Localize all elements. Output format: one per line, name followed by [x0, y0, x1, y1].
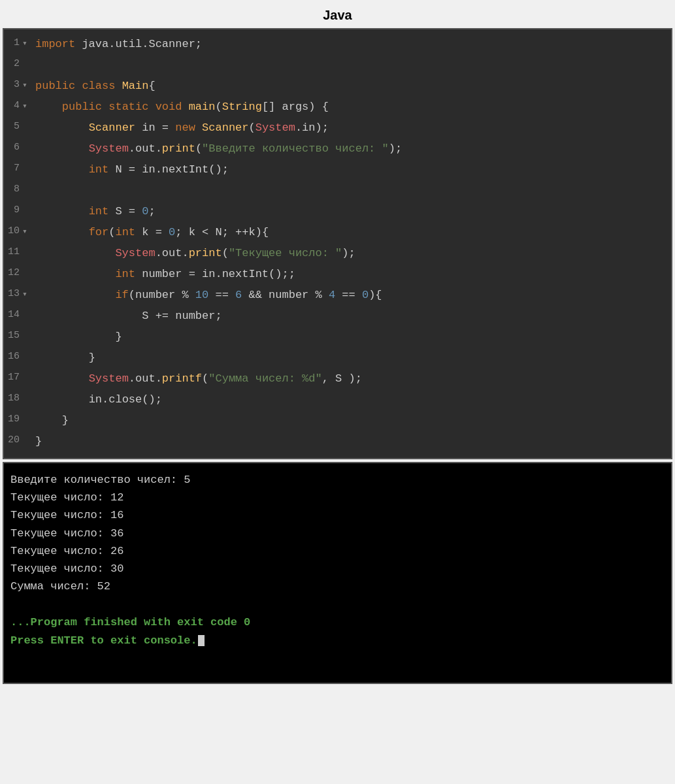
fold-12 [22, 266, 31, 267]
code-line-5: 5 Scanner in = new Scanner(System.in); [4, 118, 671, 139]
code-line-3: 3 ▾ public class Main{ [4, 76, 671, 97]
fold-17 [22, 370, 31, 372]
fold-18 [22, 391, 31, 393]
code-line-18: 18 in.close(); [4, 390, 671, 411]
code-content-3: public class Main{ [31, 78, 156, 95]
line-num-13: 13 [4, 287, 22, 302]
fold-2 [22, 57, 31, 58]
line-num-2: 2 [4, 57, 22, 72]
code-line-9: 9 int S = 0; [4, 202, 671, 223]
code-content-16: } [31, 350, 95, 367]
fold-10[interactable]: ▾ [22, 224, 31, 238]
code-content-15: } [31, 329, 122, 346]
code-line-10: 10 ▾ for(int k = 0; k < N; ++k){ [4, 223, 671, 244]
line-num-1: 1 [4, 36, 22, 51]
fold-1[interactable]: ▾ [22, 36, 31, 50]
line-num-18: 18 [4, 391, 22, 406]
console-line-4: Текущее число: 36 [10, 525, 665, 542]
fold-13[interactable]: ▾ [22, 287, 31, 301]
code-panel: 1 ▾ import java.util.Scanner; 2 3 ▾ publ… [3, 28, 672, 459]
console-line-2: Текущее число: 12 [10, 489, 665, 506]
page-title: Java [0, 0, 675, 28]
code-line-13: 13 ▾ if(number % 10 == 6 && number % 4 =… [4, 286, 671, 306]
code-content-7: int N = in.nextInt(); [31, 161, 229, 178]
code-line-12: 12 int number = in.nextInt();; [4, 265, 671, 286]
line-num-5: 5 [4, 120, 22, 135]
fold-8 [22, 182, 31, 184]
line-num-3: 3 [4, 78, 22, 93]
code-line-19: 19 } [4, 411, 671, 432]
code-line-2: 2 [4, 56, 671, 76]
code-line-7: 7 int N = in.nextInt(); [4, 160, 671, 181]
code-line-4: 4 ▾ public static void main(String[] arg… [4, 97, 671, 118]
code-content-20: } [31, 433, 42, 450]
code-line-8: 8 [4, 181, 671, 202]
fold-11 [22, 245, 31, 246]
code-content-12: int number = in.nextInt();; [31, 266, 295, 283]
code-content-9: int S = 0; [31, 203, 156, 220]
code-content-14: S += number; [31, 308, 222, 325]
console-line-exit: ...Program finished with exit code 0 [10, 613, 665, 631]
fold-9 [22, 203, 31, 204]
line-num-4: 4 [4, 99, 22, 114]
code-content-1: import java.util.Scanner; [31, 36, 202, 53]
console-line-6: Текущее число: 30 [10, 560, 665, 578]
console-line-empty [10, 595, 665, 613]
fold-15 [22, 329, 31, 330]
code-content-19: } [31, 412, 69, 429]
console-line-3: Текущее число: 16 [10, 506, 665, 524]
console-panel: Введите количество чисел: 5 Текущее числ… [3, 462, 672, 684]
console-line-1: Введите количество чисел: 5 [10, 471, 665, 489]
code-line-1: 1 ▾ import java.util.Scanner; [4, 35, 671, 56]
code-content-13: if(number % 10 == 6 && number % 4 == 0){ [31, 287, 382, 304]
line-num-6: 6 [4, 140, 22, 155]
console-line-7: Сумма чисел: 52 [10, 578, 665, 595]
line-num-19: 19 [4, 412, 22, 427]
code-line-20: 20 } [4, 432, 671, 453]
code-line-11: 11 System.out.print("Текущее число: "); [4, 244, 671, 265]
fold-3[interactable]: ▾ [22, 78, 31, 92]
fold-4[interactable]: ▾ [22, 99, 31, 113]
line-num-9: 9 [4, 203, 22, 218]
fold-6 [22, 140, 31, 142]
code-content-6: System.out.print("Введите количество чис… [31, 140, 402, 157]
cursor-block [198, 635, 205, 646]
code-content-17: System.out.printf("Сумма чисел: %d", S )… [31, 370, 362, 387]
line-num-20: 20 [4, 433, 22, 448]
line-num-12: 12 [4, 266, 22, 281]
line-num-10: 10 [4, 224, 22, 239]
fold-14 [22, 308, 31, 309]
console-line-press-enter: Press ENTER to exit console. [10, 632, 665, 649]
line-num-16: 16 [4, 350, 22, 365]
console-line-5: Текущее число: 26 [10, 542, 665, 560]
code-line-17: 17 System.out.printf("Сумма чисел: %d", … [4, 369, 671, 390]
line-num-8: 8 [4, 182, 22, 197]
fold-19 [22, 412, 31, 414]
code-line-16: 16 } [4, 348, 671, 369]
code-line-15: 15 } [4, 327, 671, 348]
code-line-6: 6 System.out.print("Введите количество ч… [4, 139, 671, 160]
code-line-14: 14 S += number; [4, 306, 671, 327]
code-content-11: System.out.print("Текущее число: "); [31, 245, 355, 262]
fold-7 [22, 161, 31, 163]
line-num-15: 15 [4, 329, 22, 344]
code-content-18: in.close(); [31, 391, 162, 408]
line-num-7: 7 [4, 161, 22, 176]
line-num-17: 17 [4, 370, 22, 385]
fold-20 [22, 433, 31, 434]
fold-5 [22, 120, 31, 121]
line-num-14: 14 [4, 308, 22, 323]
code-content-4: public static void main(String[] args) { [31, 99, 329, 116]
fold-16 [22, 350, 31, 351]
code-content-5: Scanner in = new Scanner(System.in); [31, 120, 329, 137]
line-num-11: 11 [4, 245, 22, 260]
code-content-10: for(int k = 0; k < N; ++k){ [31, 224, 269, 241]
